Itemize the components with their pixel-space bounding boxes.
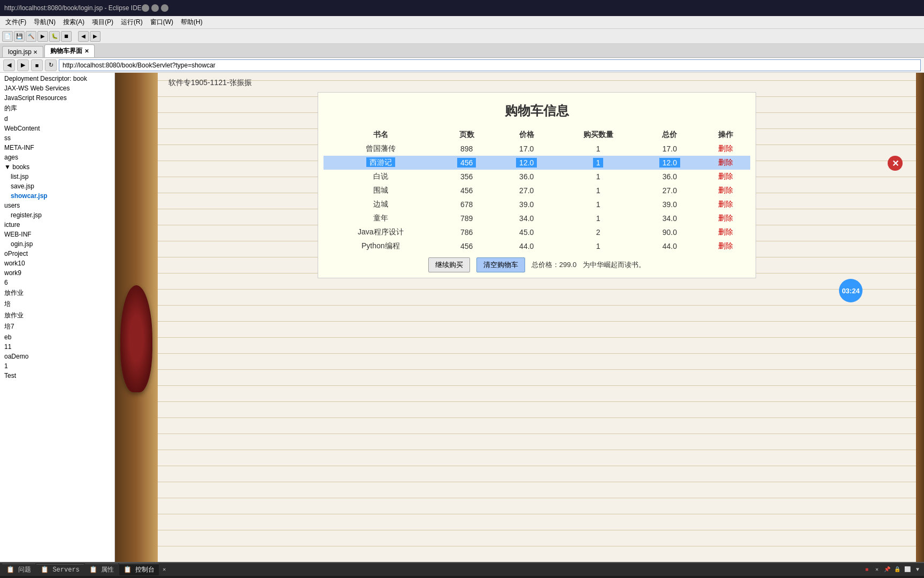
sidebar-item-1[interactable]: 1	[0, 361, 114, 371]
console-menu-btn[interactable]: ▼	[913, 565, 922, 574]
address-bar: ◀ ▶ ■ ↻	[0, 58, 924, 73]
book-total: 39.0	[638, 197, 700, 211]
console-tab-servers[interactable]: 📋 Servers	[36, 564, 84, 575]
delete-link[interactable]: 删除	[718, 241, 733, 250]
sidebar-item-oademo[interactable]: oaDemo	[0, 352, 114, 361]
console-tab-properties[interactable]: 📋 属性	[85, 564, 118, 575]
timer-badge[interactable]: 03:24	[839, 279, 863, 302]
sidebar-item-users[interactable]: users	[0, 201, 114, 210]
menu-nav[interactable]: 导航(N)	[30, 17, 59, 28]
book-name: 曾国藩传	[324, 142, 438, 156]
menu-project[interactable]: 项目(P)	[89, 17, 117, 28]
sidebar-item-savejsp[interactable]: save.jsp	[0, 181, 114, 191]
continue-shopping-btn[interactable]: 继续购买	[428, 257, 470, 272]
tb-debug[interactable]: 🐛	[49, 31, 60, 42]
sidebar-item-test[interactable]: Test	[0, 371, 114, 381]
sidebar-item-webinf[interactable]: WEB-INF	[0, 230, 114, 239]
menu-file[interactable]: 文件(F)	[2, 17, 29, 28]
menu-help[interactable]: 帮助(H)	[178, 17, 206, 28]
sidebar-item-registerjsp[interactable]: register.jsp	[0, 210, 114, 220]
refresh-btn[interactable]: ↻	[45, 59, 57, 71]
sidebar-item-6[interactable]: 6	[0, 278, 114, 287]
table-row: 童年 789 34.0 1 34.0 删除	[324, 211, 750, 225]
sidebar-item-d[interactable]: d	[0, 114, 114, 124]
sidebar-item-homework[interactable]: 放作业	[0, 287, 114, 299]
tb-forward[interactable]: ▶	[90, 31, 101, 42]
book-price: 17.0	[496, 142, 558, 156]
sidebar-item-jsresources[interactable]: JavaScript Resources	[0, 93, 114, 103]
book-qty: 1	[558, 156, 638, 170]
clear-cart-btn[interactable]: 清空购物车	[476, 257, 525, 272]
minimize-btn[interactable]	[142, 4, 149, 12]
book-price: 27.0	[496, 184, 558, 197]
menu-search[interactable]: 搜索(A)	[60, 17, 88, 28]
cart-close-btn[interactable]: ✕	[888, 156, 903, 171]
console-lock-btn[interactable]: 🔒	[893, 565, 902, 574]
tb-save[interactable]: 💾	[14, 31, 25, 42]
console-expand-btn[interactable]: ⬜	[903, 565, 912, 574]
sidebar-item-work10[interactable]: work10	[0, 258, 114, 268]
sidebar-item-picture[interactable]: icture	[0, 220, 114, 230]
console-pin-btn[interactable]: 📌	[883, 565, 891, 574]
menu-run[interactable]: 运行(R)	[118, 17, 146, 28]
delete-link[interactable]: 删除	[718, 227, 733, 236]
book-qty: 1	[558, 239, 638, 253]
sidebar-item-listjsp[interactable]: list.jsp	[0, 172, 114, 181]
delete-link[interactable]: 删除	[718, 200, 733, 208]
title-bar: http://localhost:8080/book/login.jsp - E…	[0, 0, 924, 16]
stop-btn[interactable]: ■	[31, 59, 43, 71]
delete-link[interactable]: 删除	[718, 158, 733, 166]
browser-content: 软件专1905-1121-张振振 购物车信息 书名 页数 价格 购买数量 总价 …	[115, 73, 924, 562]
sidebar-item-oproject[interactable]: oProject	[0, 249, 114, 258]
sidebar-item-eb[interactable]: eb	[0, 332, 114, 342]
sidebar-item-ss[interactable]: ss	[0, 133, 114, 143]
table-row: 围城 456 27.0 1 27.0 删除	[324, 184, 750, 197]
sidebar-item-deployment[interactable]: Deployment Descriptor: book	[0, 74, 114, 83]
sidebar-item-lib[interactable]: 的库	[0, 103, 114, 114]
sidebar-item-metainf[interactable]: META-INF	[0, 143, 114, 153]
console-clear-btn[interactable]: ✕	[873, 565, 881, 574]
sidebar-item-homework2[interactable]: 放作业	[0, 310, 114, 321]
tb-back[interactable]: ◀	[78, 31, 89, 42]
sidebar-item-11[interactable]: 11	[0, 342, 114, 352]
console-tab-problems[interactable]: 📋 问题	[2, 564, 35, 575]
book-total: 12.0	[638, 156, 700, 170]
sidebar-item-loginjsp[interactable]: ogin.jsp	[0, 239, 114, 249]
window-title: http://localhost:8080/book/login.jsp - E…	[4, 4, 142, 12]
tab-bar: login.jsp ✕ 购物车界面 ✕	[0, 44, 924, 58]
delete-link[interactable]: 删除	[718, 172, 733, 180]
sidebar-item-books[interactable]: ▼ books	[0, 162, 114, 172]
book-pages: 789	[438, 211, 496, 225]
sidebar-item-work9[interactable]: work9	[0, 268, 114, 278]
book-qty: 1	[558, 142, 638, 156]
tb-stop[interactable]: ⏹	[61, 31, 72, 42]
tb-run[interactable]: ▶	[37, 31, 48, 42]
sidebar-item-pei7[interactable]: 培7	[0, 321, 114, 332]
back-btn[interactable]: ◀	[3, 59, 15, 71]
close-btn-win[interactable]	[161, 4, 168, 12]
tb-build[interactable]: 🔨	[26, 31, 36, 42]
book-total: 34.0	[638, 211, 700, 225]
sidebar-item-webcontent[interactable]: WebContent	[0, 124, 114, 133]
sidebar-item-jax[interactable]: JAX-WS Web Services	[0, 83, 114, 93]
sidebar-item-showcajsp[interactable]: showcar.jsp	[0, 191, 114, 201]
tab-cart[interactable]: 购物车界面 ✕	[44, 44, 94, 57]
scroll-decoration-right	[916, 73, 924, 562]
console-close-btn[interactable]: ✕	[160, 565, 168, 574]
delete-link[interactable]: 删除	[718, 144, 733, 153]
menu-window[interactable]: 窗口(W)	[147, 17, 176, 28]
address-input[interactable]	[59, 59, 921, 71]
tab-login[interactable]: login.jsp ✕	[2, 46, 43, 57]
console-tab-console[interactable]: 📋 控制台	[119, 564, 159, 575]
sidebar-item-pei[interactable]: 培	[0, 299, 114, 310]
forward-btn[interactable]: ▶	[17, 59, 29, 71]
maximize-btn[interactable]	[151, 4, 159, 12]
book-name: 童年	[324, 211, 438, 225]
sidebar-item-ages[interactable]: ages	[0, 153, 114, 162]
book-total: 27.0	[638, 184, 700, 197]
tb-new[interactable]: 📄	[2, 31, 13, 42]
console-stop-btn[interactable]: ■	[863, 565, 871, 574]
book-pages: 356	[438, 170, 496, 184]
delete-link[interactable]: 删除	[718, 214, 733, 222]
delete-link[interactable]: 删除	[718, 186, 733, 194]
